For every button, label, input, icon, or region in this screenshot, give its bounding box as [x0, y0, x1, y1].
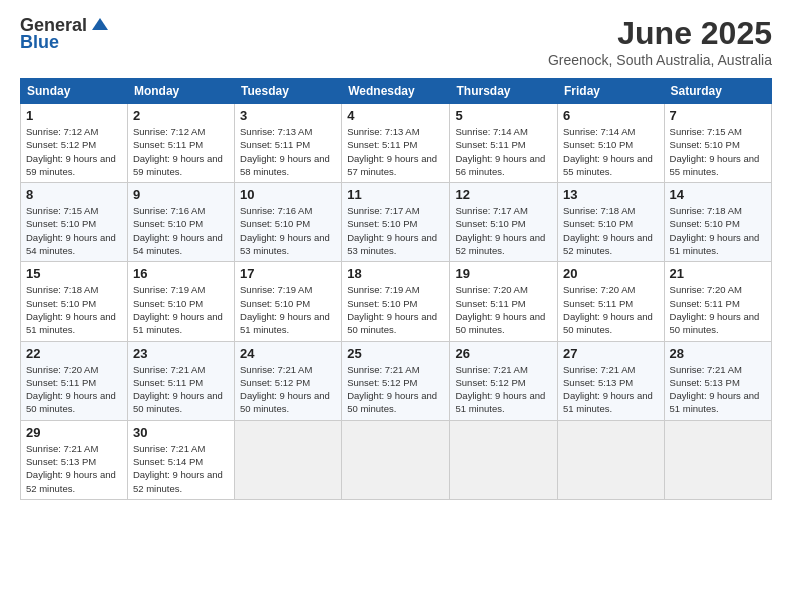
- sunrise-label: Sunrise: 7:14 AM: [455, 126, 527, 137]
- day-info: Sunrise: 7:14 AM Sunset: 5:10 PM Dayligh…: [563, 125, 659, 178]
- header: General Blue June 2025 Greenock, South A…: [20, 15, 772, 68]
- sunset-label: Sunset: 5:10 PM: [455, 218, 525, 229]
- day-info: Sunrise: 7:12 AM Sunset: 5:12 PM Dayligh…: [26, 125, 122, 178]
- calendar-cell: 17 Sunrise: 7:19 AM Sunset: 5:10 PM Dayl…: [235, 262, 342, 341]
- day-number: 7: [670, 108, 766, 123]
- daylight-label: Daylight: 9 hours and 57 minutes.: [347, 153, 437, 177]
- calendar-cell: 14 Sunrise: 7:18 AM Sunset: 5:10 PM Dayl…: [664, 183, 771, 262]
- calendar-cell: 8 Sunrise: 7:15 AM Sunset: 5:10 PM Dayli…: [21, 183, 128, 262]
- calendar-cell: 23 Sunrise: 7:21 AM Sunset: 5:11 PM Dayl…: [127, 341, 234, 420]
- calendar-cell: 24 Sunrise: 7:21 AM Sunset: 5:12 PM Dayl…: [235, 341, 342, 420]
- daylight-label: Daylight: 9 hours and 50 minutes.: [670, 311, 760, 335]
- sunrise-label: Sunrise: 7:19 AM: [347, 284, 419, 295]
- calendar-week-row: 29 Sunrise: 7:21 AM Sunset: 5:13 PM Dayl…: [21, 420, 772, 499]
- day-info: Sunrise: 7:15 AM Sunset: 5:10 PM Dayligh…: [26, 204, 122, 257]
- day-number: 25: [347, 346, 444, 361]
- day-number: 2: [133, 108, 229, 123]
- day-info: Sunrise: 7:19 AM Sunset: 5:10 PM Dayligh…: [240, 283, 336, 336]
- day-info: Sunrise: 7:18 AM Sunset: 5:10 PM Dayligh…: [563, 204, 659, 257]
- daylight-label: Daylight: 9 hours and 51 minutes.: [563, 390, 653, 414]
- calendar-cell: 7 Sunrise: 7:15 AM Sunset: 5:10 PM Dayli…: [664, 104, 771, 183]
- calendar-cell: 27 Sunrise: 7:21 AM Sunset: 5:13 PM Dayl…: [558, 341, 665, 420]
- calendar-cell: 29 Sunrise: 7:21 AM Sunset: 5:13 PM Dayl…: [21, 420, 128, 499]
- day-number: 17: [240, 266, 336, 281]
- day-info: Sunrise: 7:19 AM Sunset: 5:10 PM Dayligh…: [133, 283, 229, 336]
- daylight-label: Daylight: 9 hours and 59 minutes.: [133, 153, 223, 177]
- calendar-cell: [558, 420, 665, 499]
- daylight-label: Daylight: 9 hours and 54 minutes.: [133, 232, 223, 256]
- day-info: Sunrise: 7:20 AM Sunset: 5:11 PM Dayligh…: [670, 283, 766, 336]
- sunrise-label: Sunrise: 7:18 AM: [670, 205, 742, 216]
- day-info: Sunrise: 7:12 AM Sunset: 5:11 PM Dayligh…: [133, 125, 229, 178]
- day-number: 4: [347, 108, 444, 123]
- day-number: 21: [670, 266, 766, 281]
- sunrise-label: Sunrise: 7:18 AM: [26, 284, 98, 295]
- sunrise-label: Sunrise: 7:21 AM: [240, 364, 312, 375]
- sunset-label: Sunset: 5:12 PM: [347, 377, 417, 388]
- sunrise-label: Sunrise: 7:17 AM: [455, 205, 527, 216]
- daylight-label: Daylight: 9 hours and 56 minutes.: [455, 153, 545, 177]
- sunset-label: Sunset: 5:10 PM: [26, 218, 96, 229]
- sunrise-label: Sunrise: 7:15 AM: [670, 126, 742, 137]
- sunrise-label: Sunrise: 7:21 AM: [26, 443, 98, 454]
- calendar-cell: 21 Sunrise: 7:20 AM Sunset: 5:11 PM Dayl…: [664, 262, 771, 341]
- daylight-label: Daylight: 9 hours and 51 minutes.: [240, 311, 330, 335]
- calendar-cell: 18 Sunrise: 7:19 AM Sunset: 5:10 PM Dayl…: [342, 262, 450, 341]
- daylight-label: Daylight: 9 hours and 50 minutes.: [133, 390, 223, 414]
- sunset-label: Sunset: 5:10 PM: [133, 218, 203, 229]
- col-thursday: Thursday: [450, 79, 558, 104]
- day-info: Sunrise: 7:21 AM Sunset: 5:12 PM Dayligh…: [455, 363, 552, 416]
- calendar-cell: [342, 420, 450, 499]
- day-number: 20: [563, 266, 659, 281]
- day-number: 10: [240, 187, 336, 202]
- sunset-label: Sunset: 5:11 PM: [133, 139, 203, 150]
- daylight-label: Daylight: 9 hours and 51 minutes.: [670, 390, 760, 414]
- day-number: 27: [563, 346, 659, 361]
- calendar-cell: 26 Sunrise: 7:21 AM Sunset: 5:12 PM Dayl…: [450, 341, 558, 420]
- day-number: 6: [563, 108, 659, 123]
- svg-marker-0: [92, 18, 108, 30]
- sunset-label: Sunset: 5:11 PM: [455, 298, 525, 309]
- day-number: 12: [455, 187, 552, 202]
- sunset-label: Sunset: 5:10 PM: [347, 218, 417, 229]
- daylight-label: Daylight: 9 hours and 51 minutes.: [670, 232, 760, 256]
- daylight-label: Daylight: 9 hours and 50 minutes.: [347, 311, 437, 335]
- sunrise-label: Sunrise: 7:18 AM: [563, 205, 635, 216]
- day-number: 9: [133, 187, 229, 202]
- calendar-cell: [450, 420, 558, 499]
- day-number: 26: [455, 346, 552, 361]
- day-number: 29: [26, 425, 122, 440]
- day-info: Sunrise: 7:20 AM Sunset: 5:11 PM Dayligh…: [455, 283, 552, 336]
- day-number: 22: [26, 346, 122, 361]
- day-number: 28: [670, 346, 766, 361]
- calendar-week-row: 15 Sunrise: 7:18 AM Sunset: 5:10 PM Dayl…: [21, 262, 772, 341]
- sunset-label: Sunset: 5:10 PM: [563, 139, 633, 150]
- sunset-label: Sunset: 5:11 PM: [670, 298, 740, 309]
- calendar-cell: 30 Sunrise: 7:21 AM Sunset: 5:14 PM Dayl…: [127, 420, 234, 499]
- day-number: 30: [133, 425, 229, 440]
- day-info: Sunrise: 7:20 AM Sunset: 5:11 PM Dayligh…: [26, 363, 122, 416]
- sunset-label: Sunset: 5:14 PM: [133, 456, 203, 467]
- day-number: 8: [26, 187, 122, 202]
- daylight-label: Daylight: 9 hours and 50 minutes.: [26, 390, 116, 414]
- sunset-label: Sunset: 5:13 PM: [563, 377, 633, 388]
- sunrise-label: Sunrise: 7:21 AM: [563, 364, 635, 375]
- sunset-label: Sunset: 5:10 PM: [563, 218, 633, 229]
- calendar-cell: 15 Sunrise: 7:18 AM Sunset: 5:10 PM Dayl…: [21, 262, 128, 341]
- daylight-label: Daylight: 9 hours and 52 minutes.: [563, 232, 653, 256]
- logo-icon: [90, 16, 110, 36]
- day-info: Sunrise: 7:17 AM Sunset: 5:10 PM Dayligh…: [347, 204, 444, 257]
- day-number: 24: [240, 346, 336, 361]
- sunrise-label: Sunrise: 7:13 AM: [240, 126, 312, 137]
- day-number: 3: [240, 108, 336, 123]
- sunset-label: Sunset: 5:11 PM: [455, 139, 525, 150]
- sunrise-label: Sunrise: 7:12 AM: [133, 126, 205, 137]
- subtitle: Greenock, South Australia, Australia: [548, 52, 772, 68]
- day-number: 11: [347, 187, 444, 202]
- day-info: Sunrise: 7:19 AM Sunset: 5:10 PM Dayligh…: [347, 283, 444, 336]
- day-info: Sunrise: 7:20 AM Sunset: 5:11 PM Dayligh…: [563, 283, 659, 336]
- day-info: Sunrise: 7:18 AM Sunset: 5:10 PM Dayligh…: [670, 204, 766, 257]
- calendar-week-row: 22 Sunrise: 7:20 AM Sunset: 5:11 PM Dayl…: [21, 341, 772, 420]
- sunset-label: Sunset: 5:10 PM: [347, 298, 417, 309]
- sunset-label: Sunset: 5:10 PM: [670, 218, 740, 229]
